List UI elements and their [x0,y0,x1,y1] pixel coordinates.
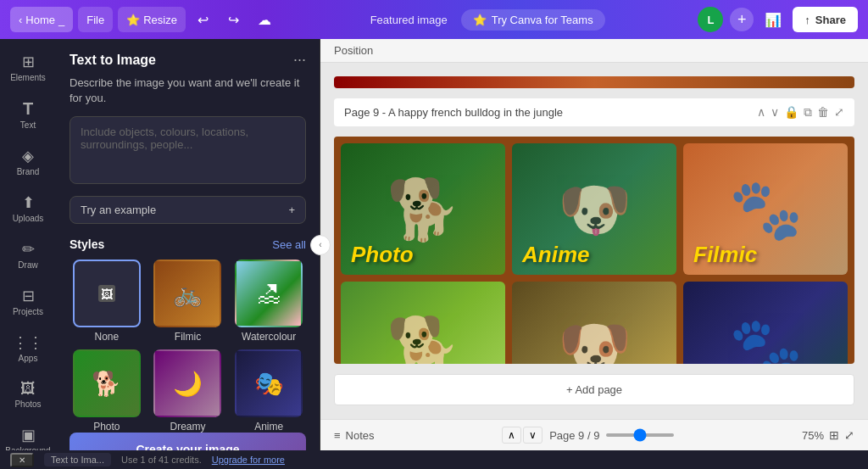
style-thumb-filmic: 🚲 [153,260,221,327]
sidebar-item-uploads[interactable]: ⬆ Uploads [3,187,53,230]
lock-icon[interactable]: 🔒 [784,105,798,120]
image-description-input[interactable] [70,116,306,184]
tool-panel-wrap: Text to Image ··· Describe the image you… [56,39,320,450]
sidebar-label-text: Text [20,120,36,130]
crown-icon: ⭐ [473,14,487,26]
collapse-panel-button[interactable]: ‹ [310,235,331,255]
style-item-none[interactable]: 🖼 None [70,260,144,343]
resize-button[interactable]: ⭐ Resize [118,7,186,32]
notes-button[interactable]: ≡ Notes [334,429,375,442]
photo-thumb-inner: 🐕 [75,351,139,416]
styles-title: Styles [70,237,104,251]
expand-icon[interactable]: ⤢ [834,105,844,120]
home-button[interactable]: ‹ Home _ [10,7,73,32]
watercolour-thumb-inner: 🏖 [236,261,301,326]
share-button[interactable]: ↑ Share [793,7,858,32]
topbar-right: L + 📊 ↑ Share [698,7,858,32]
style-item-filmic[interactable]: 🚲 Filmic [151,260,225,343]
brand-icon: ◈ [22,147,34,165]
file-label: File [86,14,104,26]
tool-header: Text to Image ··· [56,39,320,75]
fit-view-button[interactable]: ⤢ [844,428,854,442]
dog-cell-filmic[interactable]: 🐾 Filmic [683,143,848,275]
undo-button[interactable]: ↩ [191,7,216,32]
cloud-save-button[interactable]: ☁ [252,7,277,32]
plus-icon: + [288,204,295,216]
grid-view-button[interactable]: ⊞ [829,428,839,442]
zoom-controls: 75% ⊞ ⤢ [802,428,854,442]
avatar[interactable]: L [698,7,723,32]
add-page-button[interactable]: + Add page [334,374,854,405]
canvas-scroll[interactable]: Page 9 - A happy french bulldog in the j… [320,63,868,419]
dog-cell-anime[interactable]: 🐶 Anime [512,143,676,275]
style-item-anime[interactable]: 🎭 Anime [231,349,306,433]
delete-icon[interactable]: 🗑 [817,105,829,120]
tool-description: Describe the image you want and we'll cr… [56,75,320,116]
status-bar: ✕ Text to Ima... Use 1 of 41 credits. Up… [0,450,868,469]
file-button[interactable]: File [78,7,113,32]
try-example-button[interactable]: Try an example + [70,196,306,224]
page-slider[interactable] [606,433,674,437]
dog-cell-bg-playful: Playful [683,282,848,364]
style-thumb-anime: 🎭 [235,349,303,417]
sidebar-label-brand: Brand [17,167,40,176]
svg-text:🖼: 🖼 [101,288,113,301]
sidebar-item-photos[interactable]: 🖼 Photos [3,373,53,416]
duplicate-icon[interactable]: ⧉ [804,105,812,120]
nav-arrows: ∧ ∨ [502,427,542,444]
underscore-label: _ [58,14,64,26]
background-icon: ▣ [21,426,36,444]
sidebar-label-elements: Elements [10,73,46,82]
apps-icon: ⋮⋮ [13,333,43,352]
dog-cell-watercolour[interactable]: 🐕 Watercolour [341,282,505,364]
tool-more-button[interactable]: ··· [293,51,306,69]
none-thumb-inner: 🖼 [75,261,139,326]
sidebar-item-draw[interactable]: ✏ Draw [3,233,53,276]
upgrade-link[interactable]: Upgrade for more [212,455,285,465]
credits-text: Use 1 of 41 credits. [121,455,202,465]
try-teams-button[interactable]: ⭐ Try Canva for Teams [461,9,605,31]
sidebar-item-elements[interactable]: ⊞ Elements [3,46,53,89]
topbar: ‹ Home _ File ⭐ Resize ↩ ↪ ☁ Featured im… [0,0,868,39]
analytics-button[interactable]: 📊 [760,7,786,32]
sidebar-label-photos: Photos [14,399,41,409]
dog-cell-playful[interactable]: 🐾 Playful [683,282,848,364]
sidebar-item-background[interactable]: ▣ Background [3,419,53,450]
style-label-watercolour: Watercolour [242,331,296,343]
dog-label-photo: Photo [351,242,414,268]
sidebar-item-text[interactable]: T Text [3,92,53,137]
styles-header: Styles See all [56,237,320,260]
next-page-button[interactable]: ∨ [523,427,542,444]
tool-title: Text to Image [70,53,156,68]
chevron-up-icon[interactable]: ∧ [757,105,765,120]
style-thumb-dreamy: 🌙 [153,349,221,417]
dog-cell-dreamy[interactable]: 🐶 Dreamy [512,282,676,364]
page-navigation: ∧ ∨ Page 9 / 9 [502,427,674,444]
sidebar-item-brand[interactable]: ◈ Brand [3,140,53,183]
chevron-left-icon: ‹ [19,14,22,26]
see-all-button[interactable]: See all [272,238,306,251]
projects-icon: ⊟ [22,287,35,305]
share-label: Share [815,14,846,26]
style-item-photo[interactable]: 🐕 Photo [70,349,144,433]
page-header: Page 9 - A happy french bulldog in the j… [334,98,854,126]
style-label-none: None [94,331,119,343]
prev-page-button[interactable]: ∧ [502,427,521,444]
close-toast-button[interactable]: ✕ [10,453,34,467]
style-thumb-watercolour: 🏖 [235,260,303,327]
sidebar-label-draw: Draw [18,260,37,270]
add-collaborator-button[interactable]: + [730,8,754,31]
dog-cell-photo[interactable]: 🐕 Photo [341,143,505,275]
create-image-button[interactable]: Create your image [70,433,306,450]
text-icon: T [23,99,33,119]
style-item-dreamy[interactable]: 🌙 Dreamy [151,349,225,433]
style-item-watercolour[interactable]: 🏖 Watercolour [231,260,306,343]
chevron-down-icon[interactable]: ∨ [771,105,779,120]
page-nav-label: Page 9 / 9 [549,429,599,442]
dog-cell-bg-anime: Anime [512,143,676,275]
canvas-frame: 🐕 Photo 🐶 Anime 🐾 [334,137,854,364]
sidebar-item-apps[interactable]: ⋮⋮ Apps [3,327,53,370]
redo-button[interactable]: ↪ [221,7,247,32]
dog-grid: 🐕 Photo 🐶 Anime 🐾 [341,143,848,364]
sidebar-item-projects[interactable]: ⊟ Projects [3,280,53,323]
